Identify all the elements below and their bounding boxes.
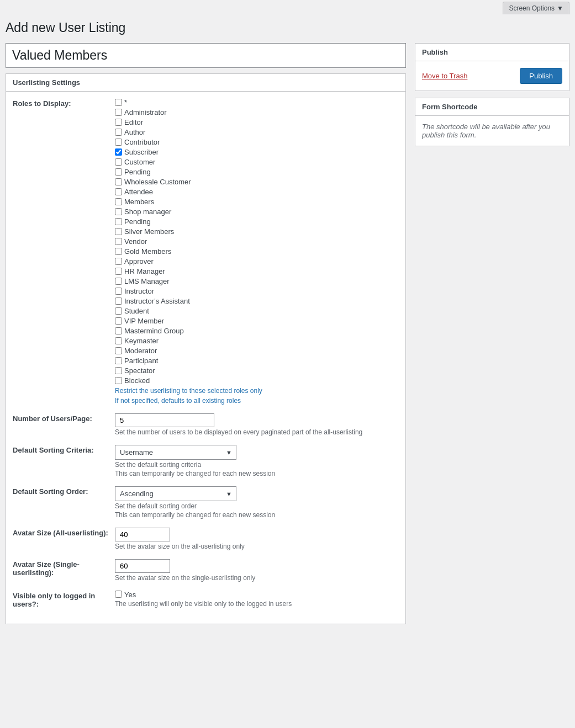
label-role-author[interactable]: Author bbox=[124, 128, 145, 136]
label-role-spectator[interactable]: Spectator bbox=[124, 366, 155, 375]
label-role-mastermind[interactable]: Mastermind Group bbox=[124, 327, 184, 335]
label-role-admin[interactable]: Administrator bbox=[124, 108, 167, 116]
role-item-role-instructorasst: Instructor's Assistant bbox=[115, 297, 399, 305]
role-item-role-editor: Editor bbox=[115, 118, 399, 126]
checkbox-role-instructorasst[interactable] bbox=[115, 297, 122, 305]
users-per-page-row: Number of Users/Page: Set the number of … bbox=[13, 413, 399, 436]
shortcode-note: The shortcode will be available after yo… bbox=[422, 123, 562, 139]
avatar-single-label: Avatar Size (Single-userlisting): bbox=[13, 559, 115, 577]
main-content: Userlisting Settings Roles to Display: *… bbox=[6, 43, 406, 624]
screen-options-button[interactable]: Screen Options ▼ bbox=[503, 2, 569, 14]
label-role-pending[interactable]: Pending bbox=[124, 168, 151, 176]
sorting-order-select-wrap: AscendingDescending ▼ bbox=[115, 486, 236, 501]
sorting-order-label: Default Sorting Order: bbox=[13, 486, 115, 496]
label-role-wholesale[interactable]: Wholesale Customer bbox=[124, 178, 191, 186]
sorting-criteria-content: UsernameEmailFirst NameLast NameRegistra… bbox=[115, 445, 399, 477]
checkbox-role-contributor[interactable] bbox=[115, 139, 122, 146]
checkbox-role-lmsmanager[interactable] bbox=[115, 278, 122, 285]
checkbox-role-moderator[interactable] bbox=[115, 347, 122, 354]
label-role-vendor[interactable]: Vendor bbox=[124, 237, 147, 246]
checkbox-role-shopmanager[interactable] bbox=[115, 208, 122, 215]
checkbox-role-pending2[interactable] bbox=[115, 218, 122, 225]
sorting-order-row: Default Sorting Order: AscendingDescendi… bbox=[13, 486, 399, 519]
users-per-page-input[interactable] bbox=[115, 413, 214, 427]
label-role-members[interactable]: Members bbox=[124, 198, 154, 206]
label-role-instructorasst[interactable]: Instructor's Assistant bbox=[124, 297, 190, 305]
checkbox-role-student[interactable] bbox=[115, 307, 122, 315]
avatar-single-input[interactable] bbox=[115, 559, 170, 573]
roles-label: Roles to Display: bbox=[13, 98, 115, 108]
checkbox-role-keymaster[interactable] bbox=[115, 337, 122, 344]
checkbox-role-editor[interactable] bbox=[115, 119, 122, 126]
label-role-pending2[interactable]: Pending bbox=[124, 217, 151, 226]
checkbox-role-attendee[interactable] bbox=[115, 188, 122, 195]
label-role-keymaster[interactable]: Keymaster bbox=[124, 337, 159, 345]
checkbox-role-spectator[interactable] bbox=[115, 367, 122, 374]
label-role-hrmanager[interactable]: HR Manager bbox=[124, 267, 165, 275]
checkbox-role-pending[interactable] bbox=[115, 168, 122, 176]
label-role-shopmanager[interactable]: Shop manager bbox=[124, 208, 171, 216]
checkbox-role-vendor[interactable] bbox=[115, 238, 122, 245]
label-role-attendee[interactable]: Attendee bbox=[124, 188, 153, 196]
checkbox-role-mastermind[interactable] bbox=[115, 327, 122, 334]
label-role-customer[interactable]: Customer bbox=[124, 158, 155, 166]
label-role-instructor[interactable]: Instructor bbox=[124, 287, 154, 295]
checkbox-role-star[interactable] bbox=[115, 99, 122, 106]
sorting-criteria-label: Default Sorting Criteria: bbox=[13, 445, 115, 454]
visible-logged-in-checkbox[interactable] bbox=[115, 591, 122, 598]
role-item-role-vendor: Vendor bbox=[115, 237, 399, 246]
label-role-contributor[interactable]: Contributor bbox=[124, 138, 160, 146]
checkbox-role-approver[interactable] bbox=[115, 258, 122, 265]
move-to-trash-button[interactable]: Move to Trash bbox=[422, 72, 467, 80]
checkbox-role-blocked[interactable] bbox=[115, 377, 122, 384]
shortcode-box: Form Shortcode The shortcode will be ava… bbox=[415, 98, 569, 146]
roles-help1: Restrict the userlisting to these select… bbox=[115, 387, 399, 395]
role-item-role-hrmanager: HR Manager bbox=[115, 267, 399, 275]
label-role-subscriber[interactable]: Subscriber bbox=[124, 148, 159, 156]
visible-logged-in-row: Visible only to logged in users?: Yes Th… bbox=[13, 591, 399, 608]
role-item-role-star: * bbox=[115, 98, 399, 107]
checkbox-role-customer[interactable] bbox=[115, 158, 122, 166]
checkbox-role-author[interactable] bbox=[115, 129, 122, 136]
settings-box-header: Userlisting Settings bbox=[6, 74, 405, 92]
avatar-all-input[interactable] bbox=[115, 528, 170, 541]
label-role-silvermembers[interactable]: Silver Members bbox=[124, 227, 174, 236]
label-role-student[interactable]: Student bbox=[124, 307, 149, 315]
roles-checkbox-list: *AdministratorEditorAuthorContributorSub… bbox=[115, 98, 399, 385]
role-item-role-vipmember: VIP Member bbox=[115, 317, 399, 325]
role-item-role-wholesale: Wholesale Customer bbox=[115, 178, 399, 186]
shortcode-box-header: Form Shortcode bbox=[415, 98, 569, 116]
label-role-lmsmanager[interactable]: LMS Manager bbox=[124, 277, 170, 285]
checkbox-role-members[interactable] bbox=[115, 198, 122, 205]
visible-logged-in-label: Visible only to logged in users?: bbox=[13, 591, 115, 608]
checkbox-role-hrmanager[interactable] bbox=[115, 268, 122, 275]
checkbox-role-admin[interactable] bbox=[115, 109, 122, 116]
sorting-order-help1: Set the default sorting order bbox=[115, 502, 399, 510]
label-role-editor[interactable]: Editor bbox=[124, 118, 143, 126]
label-role-moderator[interactable]: Moderator bbox=[124, 347, 157, 355]
role-item-role-moderator: Moderator bbox=[115, 347, 399, 355]
label-role-participant[interactable]: Participant bbox=[124, 357, 158, 365]
label-role-blocked[interactable]: Blocked bbox=[124, 376, 150, 385]
checkbox-role-goldmembers[interactable] bbox=[115, 248, 122, 255]
checkbox-role-vipmember[interactable] bbox=[115, 317, 122, 325]
visible-logged-in-checkbox-label[interactable]: Yes bbox=[124, 591, 136, 599]
publish-button[interactable]: Publish bbox=[520, 68, 562, 84]
roles-help2: If not specified, defaults to all existi… bbox=[115, 397, 399, 405]
checkbox-role-wholesale[interactable] bbox=[115, 178, 122, 185]
role-item-role-keymaster: Keymaster bbox=[115, 337, 399, 345]
sorting-order-select[interactable]: AscendingDescending bbox=[115, 486, 236, 501]
label-role-vipmember[interactable]: VIP Member bbox=[124, 317, 164, 325]
avatar-all-row: Avatar Size (All-userlisting): Set the a… bbox=[13, 528, 399, 550]
label-role-approver[interactable]: Approver bbox=[124, 257, 154, 265]
sorting-criteria-select[interactable]: UsernameEmailFirst NameLast NameRegistra… bbox=[115, 445, 236, 460]
title-input[interactable] bbox=[6, 44, 405, 67]
role-item-role-spectator: Spectator bbox=[115, 366, 399, 375]
checkbox-role-participant[interactable] bbox=[115, 357, 122, 364]
checkbox-role-silvermembers[interactable] bbox=[115, 228, 122, 235]
label-role-goldmembers[interactable]: Gold Members bbox=[124, 247, 171, 256]
role-item-role-attendee: Attendee bbox=[115, 188, 399, 196]
checkbox-role-instructor[interactable] bbox=[115, 288, 122, 295]
label-role-star[interactable]: * bbox=[124, 98, 127, 107]
checkbox-role-subscriber[interactable] bbox=[115, 148, 122, 156]
